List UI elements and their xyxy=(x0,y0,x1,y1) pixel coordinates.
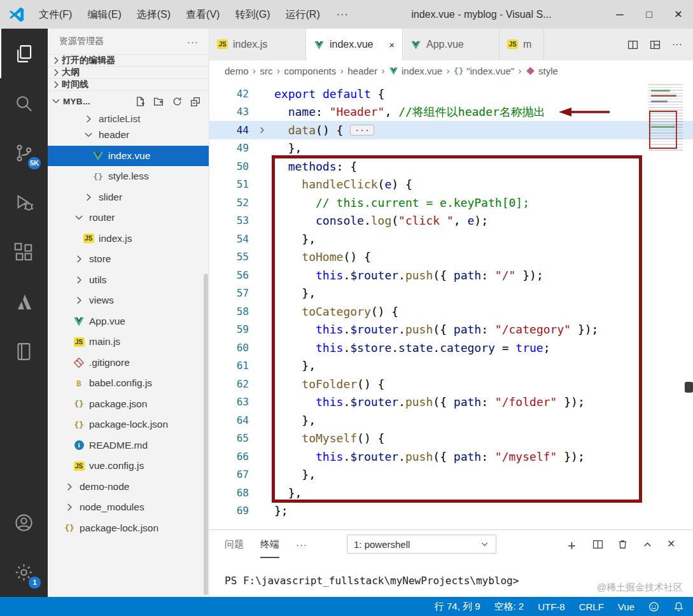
close-panel-icon[interactable]: ✕ xyxy=(667,539,678,550)
status-cursor-position[interactable]: 行 74, 列 9 xyxy=(435,601,480,613)
status-indentation[interactable]: 空格: 2 xyxy=(494,601,524,613)
code-line-67[interactable]: 67 }, xyxy=(209,466,693,484)
kill-terminal-icon[interactable] xyxy=(617,539,628,550)
activity-account-icon[interactable] xyxy=(0,498,48,547)
code-line-62[interactable]: 62 toFolder() { xyxy=(209,375,693,393)
code-line-66[interactable]: 66 this.$router.push({ path: "/myself" }… xyxy=(209,447,693,466)
activity-source-control-icon[interactable]: 5K xyxy=(0,128,48,178)
code-line-63[interactable]: 63 this.$router.push({ path: "/folder" }… xyxy=(209,393,693,412)
code-line-64[interactable]: 64 }, xyxy=(209,411,693,430)
tree-item-utils[interactable]: utils xyxy=(48,270,209,291)
new-folder-icon[interactable] xyxy=(153,96,164,107)
code-line-42[interactable]: 42export default { xyxy=(209,85,693,103)
tree-item-views[interactable]: views xyxy=(48,290,209,311)
tree-item-package.json[interactable]: {}package.json xyxy=(48,394,209,415)
tree-item-slider[interactable]: slider xyxy=(48,187,209,208)
fold-column[interactable] xyxy=(249,125,274,135)
tree-item-style.less[interactable]: {}style.less xyxy=(48,166,209,187)
code-editor[interactable]: 42export default {43 name: "Header", //将… xyxy=(209,81,693,529)
close-icon[interactable]: ✕ xyxy=(664,0,693,29)
code-line-52[interactable]: 52 // this.current = e.keyPath[0]; xyxy=(209,193,693,212)
code-line-59[interactable]: 59 this.$router.push({ path: "/category"… xyxy=(209,321,693,339)
code-line-55[interactable]: 55 toHome() { xyxy=(209,248,693,267)
collapse-all-icon[interactable] xyxy=(190,96,201,107)
activity-run-debug-icon[interactable] xyxy=(0,178,48,227)
tree-item-index.js[interactable]: JSindex.js xyxy=(48,228,209,249)
workspace-header[interactable]: MYB... xyxy=(48,90,209,111)
code-line-65[interactable]: 65 toMyself() { xyxy=(209,430,693,448)
code-line-49[interactable]: 49 }, xyxy=(209,139,693,158)
tab-index.js[interactable]: JSindex.js xyxy=(209,29,306,60)
more-actions-icon[interactable]: ··· xyxy=(672,39,683,50)
tree-item-App.vue[interactable]: App.vue xyxy=(48,311,209,332)
code-line-69[interactable]: 69}; xyxy=(209,502,693,521)
code-line-58[interactable]: 58 toCategory() { xyxy=(209,302,693,321)
menu-more-button[interactable]: ··· xyxy=(328,0,358,29)
code-line-43[interactable]: 43 name: "Header", //将组件以header名称抛出 xyxy=(209,103,693,122)
menu-item-文件(F)[interactable]: 文件(F) xyxy=(31,0,80,29)
code-line-51[interactable]: 51 handleClick(e) { xyxy=(209,176,693,194)
section-时间线[interactable]: 时间线 xyxy=(48,78,209,90)
tree-item-demo-node[interactable]: demo-node xyxy=(48,477,209,498)
tab-index.vue[interactable]: index.vue× xyxy=(306,29,403,60)
refresh-icon[interactable] xyxy=(172,96,183,107)
menu-item-转到(G)[interactable]: 转到(G) xyxy=(227,0,277,29)
breadcrumb-item-index.vue[interactable]: index.vue xyxy=(389,66,442,76)
code-line-54[interactable]: 54 }, xyxy=(209,230,693,248)
breadcrumb-item-demo[interactable]: demo xyxy=(225,66,249,76)
sidebar-scrollbar[interactable] xyxy=(204,274,208,595)
status-encoding[interactable]: UTF-8 xyxy=(538,601,565,612)
status-eol[interactable]: CRLF xyxy=(579,601,604,612)
menu-item-编辑(E)[interactable]: 编辑(E) xyxy=(80,0,129,29)
tree-item-package-lock.json[interactable]: {}package-lock.json xyxy=(48,414,209,435)
panel-tab-问题[interactable]: 问题 xyxy=(225,530,244,558)
tree-item-index.vue[interactable]: index.vue xyxy=(48,146,209,167)
tree-item-main.js[interactable]: JSmain.js xyxy=(48,332,209,353)
code-line-61[interactable]: 61 }, xyxy=(209,357,693,375)
tree-item-vue.config.js[interactable]: JSvue.config.js xyxy=(48,456,209,477)
activity-explorer-icon[interactable] xyxy=(0,29,48,78)
tree-item-babel.config.js[interactable]: Bbabel.config.js xyxy=(48,373,209,394)
activity-extensions-icon[interactable] xyxy=(0,227,48,277)
minimap[interactable] xyxy=(648,84,683,153)
code-line-53[interactable]: 53 console.log("click ", e); xyxy=(209,212,693,230)
activity-settings-icon[interactable]: 1 xyxy=(0,547,48,597)
tree-item-header[interactable]: header xyxy=(48,125,209,146)
breadcrumb-item-header[interactable]: header xyxy=(347,66,377,76)
tab-m[interactable]: JSm xyxy=(500,29,544,60)
tree-item-package-lock.json[interactable]: {}package-lock.json xyxy=(48,518,209,539)
panel-tab-终端[interactable]: 终端 xyxy=(260,530,279,558)
split-panel-icon[interactable] xyxy=(592,539,603,550)
menu-item-选择(S)[interactable]: 选择(S) xyxy=(129,0,178,29)
code-line-68[interactable]: 68 }, xyxy=(209,484,693,502)
code-line-44[interactable]: 44 data() { ··· xyxy=(209,121,693,139)
close-tab-icon[interactable]: × xyxy=(389,39,395,50)
breadcrumb-item-components[interactable]: components xyxy=(284,66,337,76)
activity-azure-icon[interactable] xyxy=(0,277,48,326)
bell-icon[interactable] xyxy=(673,601,684,612)
code-line-56[interactable]: 56 this.$router.push({ path: "/" }); xyxy=(209,266,693,284)
tree-item-node_modules[interactable]: node_modules xyxy=(48,497,209,518)
panel-more-button[interactable]: ··· xyxy=(296,539,307,550)
split-editor-icon[interactable] xyxy=(627,39,638,50)
maximize-icon[interactable]: □ xyxy=(634,0,664,29)
breadcrumb-item-src[interactable]: src xyxy=(260,66,273,76)
maximize-panel-icon[interactable] xyxy=(642,539,653,550)
code-line-50[interactable]: 50 methods: { xyxy=(209,157,693,176)
new-file-icon[interactable] xyxy=(135,96,146,107)
overview-ruler-mark[interactable] xyxy=(685,382,693,393)
feedback-icon[interactable] xyxy=(648,601,659,612)
new-terminal-icon[interactable]: + xyxy=(568,539,578,550)
tree-item-.gitignore[interactable]: .gitignore xyxy=(48,353,209,374)
tree-item-store[interactable]: store xyxy=(48,249,209,270)
menu-item-运行(R)[interactable]: 运行(R) xyxy=(278,0,328,29)
terminal-shell-selector[interactable]: 1: powershell xyxy=(347,535,496,554)
status-language-mode[interactable]: Vue xyxy=(618,601,634,612)
section-大纲[interactable]: 大纲 xyxy=(48,66,209,78)
tree-item-router[interactable]: router xyxy=(48,207,209,228)
tree-item-README.md[interactable]: iREADME.md xyxy=(48,435,209,456)
minimize-icon[interactable]: ─ xyxy=(605,0,634,29)
activity-notebook-icon[interactable] xyxy=(0,326,48,376)
breadcrumb-item-style[interactable]: style xyxy=(526,66,558,76)
section-打开的编辑器[interactable]: 打开的编辑器 xyxy=(48,54,209,66)
